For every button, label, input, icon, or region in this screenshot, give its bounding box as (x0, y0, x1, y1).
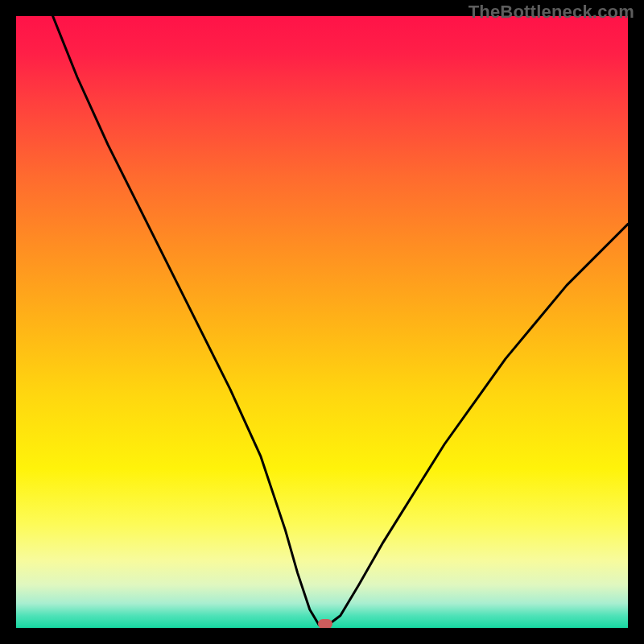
chart-frame: TheBottleneck.com (0, 0, 644, 644)
bottleneck-curve (53, 16, 628, 625)
curve-svg (16, 16, 628, 628)
watermark-label: TheBottleneck.com (469, 2, 634, 23)
plot-area (16, 16, 628, 628)
optimal-point-marker (318, 619, 332, 628)
